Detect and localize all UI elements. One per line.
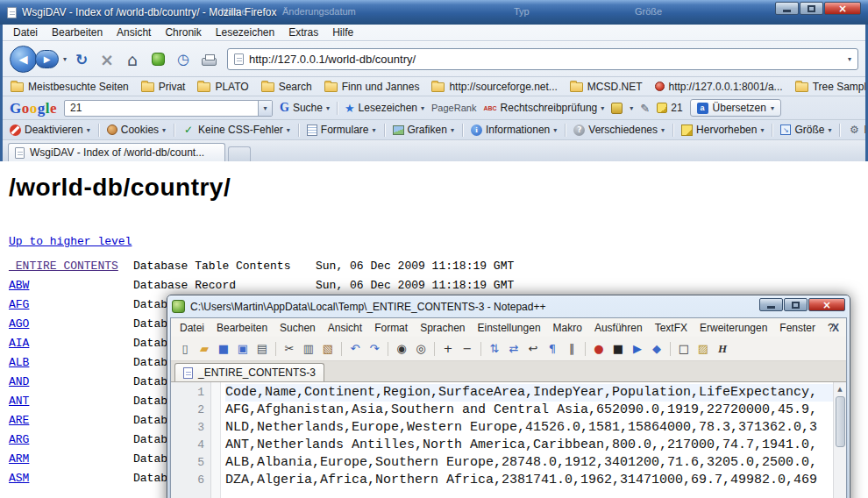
dir-entry-link[interactable]: AGO <box>9 315 133 334</box>
new-tab-stub[interactable] <box>228 146 251 161</box>
zoom-out-icon[interactable]: − <box>459 340 476 357</box>
open-icon[interactable]: ▰ <box>196 340 213 357</box>
bookmark-item[interactable]: Search <box>261 81 312 93</box>
npp-maximize-button[interactable] <box>784 298 808 311</box>
dir-entry-link[interactable]: ARM <box>9 450 133 469</box>
npp-menu-item[interactable]: Suchen <box>274 320 322 336</box>
npp-menu-item[interactable]: Bearbeiten <box>210 320 274 336</box>
npp-menu-item[interactable]: Erweiterungen <box>694 320 773 336</box>
url-bar[interactable]: http://127.0.0.1/world-db/country/ ▾ <box>227 48 858 70</box>
highlight-term-button[interactable]: 21 <box>657 102 682 114</box>
paste-icon[interactable]: ▧ <box>319 340 337 357</box>
print-icon[interactable]: ▤ <box>253 340 271 357</box>
document-tab[interactable]: _ENTIRE_CONTENTS-3 <box>174 363 324 381</box>
webdev-item[interactable]: Hervorheben▾ <box>681 124 764 136</box>
scrollbar-thumb[interactable] <box>836 396 845 447</box>
code-line[interactable]: Code,Name,Continent,Region,SurfaceArea,I… <box>225 384 833 402</box>
webdev-item[interactable]: Deaktivieren▾ <box>10 124 90 136</box>
urlbar-dropdown-caret[interactable]: ▾ <box>848 55 851 63</box>
webdev-item[interactable]: Keine CSS-Fehler▾ <box>182 124 290 136</box>
dir-entry-link[interactable]: _ENTIRE_CONTENTS <box>9 257 133 276</box>
npp-close-button[interactable]: × <box>808 298 845 311</box>
bookmark-item[interactable]: http://sourceforge.net... <box>431 81 557 93</box>
indent-guide-icon[interactable]: ∥ <box>563 340 580 357</box>
npp-menu-item[interactable]: Sprachen <box>414 320 471 336</box>
pagerank-widget[interactable]: PageRank <box>431 103 476 113</box>
history-dropdown-caret[interactable]: ▾ <box>63 55 67 63</box>
save-macro-icon[interactable]: ◆ <box>648 340 665 357</box>
play-macro-icon[interactable]: ▶ <box>629 340 646 357</box>
maximize-button[interactable] <box>800 2 823 15</box>
bookmark-item[interactable]: PLATO <box>197 81 248 93</box>
bookmark-item[interactable]: http://127.0.0.1:8001/a... <box>655 81 783 93</box>
code-line[interactable]: ALB,Albania,Europe,Southern Europe,28748… <box>225 454 833 472</box>
menu-item[interactable]: Lesezeichen <box>209 25 281 40</box>
reload-icon[interactable]: ↻ <box>71 48 92 71</box>
redo-icon[interactable]: ↷ <box>366 340 383 357</box>
replace-icon[interactable]: ◎ <box>412 340 430 357</box>
autofill-icon[interactable] <box>611 103 623 114</box>
home-icon[interactable]: ⌂ <box>122 48 143 71</box>
menu-item[interactable]: Chronik <box>158 25 208 40</box>
record-macro-icon[interactable]: ● <box>590 340 608 357</box>
stop-icon[interactable]: × <box>96 48 117 71</box>
code-line[interactable]: NLD,Netherlands,Europe,Western Europe,41… <box>225 419 833 437</box>
sync-vertical-icon[interactable]: ⇅ <box>486 340 503 357</box>
dir-entry-link[interactable]: AIA <box>9 334 133 353</box>
show-symbols-icon[interactable]: ¶ <box>544 340 561 357</box>
save-all-icon[interactable]: ▣ <box>234 340 252 357</box>
npp-menu-item[interactable]: Datei <box>174 320 210 336</box>
webdev-item[interactable]: Informationen▾ <box>471 124 557 136</box>
menu-item[interactable]: Ansicht <box>110 25 158 40</box>
dir-entry-link[interactable]: ARG <box>9 430 133 450</box>
webdev-item[interactable]: Formulare▾ <box>307 124 376 136</box>
npp-menu-item[interactable]: Fenster <box>773 320 822 336</box>
zoom-in-icon[interactable]: + <box>439 340 457 357</box>
menu-item[interactable]: Datei <box>6 25 45 40</box>
menu-item[interactable]: Extras <box>281 25 325 40</box>
npp-minimize-button[interactable] <box>759 298 783 311</box>
code-line[interactable]: ANT,Netherlands Antilles,North America,C… <box>225 437 833 454</box>
npp-menu-item[interactable]: Format <box>368 320 414 336</box>
dir-entry-link[interactable]: ABW <box>9 276 133 295</box>
bookmark-item[interactable]: Finn und Jannes <box>324 81 420 93</box>
google-search-input[interactable]: 21 ▾ <box>64 100 273 117</box>
copy-icon[interactable]: ▥ <box>300 340 317 357</box>
bookmark-item[interactable]: Tree Samples <box>795 81 865 93</box>
forward-button[interactable]: ▶ <box>35 50 59 68</box>
search-history-caret[interactable]: ▾ <box>258 101 272 116</box>
close-button[interactable]: × <box>824 2 861 15</box>
addon-icon[interactable] <box>147 48 168 71</box>
edit-pencil-icon[interactable]: ✎ <box>640 102 650 115</box>
dir-entry-link[interactable]: AFG <box>9 295 133 315</box>
menu-item[interactable]: Hilfe <box>325 25 360 40</box>
bookmark-item[interactable]: Meistbesuchte Seiten <box>11 81 129 93</box>
scroll-up-icon[interactable]: ▲ <box>834 382 846 395</box>
print-button[interactable] <box>198 48 219 71</box>
dir-entry-link[interactable]: ANT <box>9 392 133 411</box>
dir-entry-link[interactable]: ARE <box>9 411 133 430</box>
stop-macro-icon[interactable]: ■ <box>609 340 627 357</box>
npp-menu-close-x[interactable]: X <box>832 322 839 334</box>
new-file-icon[interactable]: ▯ <box>176 340 194 357</box>
webdev-item[interactable]: Größe▾ <box>780 124 831 136</box>
webdev-item[interactable]: Cookies▾ <box>107 124 166 136</box>
html-preview-icon[interactable]: H <box>714 340 731 357</box>
find-icon[interactable]: ◉ <box>393 340 410 357</box>
menu-item[interactable]: Bearbeiten <box>45 25 110 40</box>
dir-entry-link[interactable]: ALB <box>9 353 133 373</box>
code-line[interactable]: DZA,Algeria,Africa,Northern Africa,23817… <box>225 472 833 489</box>
npp-menu-item[interactable]: Ausführen <box>588 320 649 336</box>
cut-icon[interactable]: ✂ <box>281 340 298 357</box>
webdev-item[interactable]: Extras▾ <box>848 124 865 136</box>
code-line[interactable]: AFG,Afghanistan,Asia,Southern and Centra… <box>225 402 833 419</box>
dir-entry-link[interactable]: ASM <box>9 469 133 488</box>
back-button[interactable]: ◀ <box>10 46 37 73</box>
minimize-button[interactable] <box>775 2 799 15</box>
dir-entry-link[interactable]: AND <box>9 373 133 392</box>
npp-menu-item[interactable]: Makro <box>547 320 588 336</box>
spellcheck-button[interactable]: Rechtschreibprüfung ▾ <box>483 102 604 114</box>
sync-horizontal-icon[interactable]: ⇄ <box>505 340 523 357</box>
fullscreen-icon[interactable]: □ <box>675 340 693 357</box>
bookmark-item[interactable]: MCSD.NET <box>570 81 643 93</box>
